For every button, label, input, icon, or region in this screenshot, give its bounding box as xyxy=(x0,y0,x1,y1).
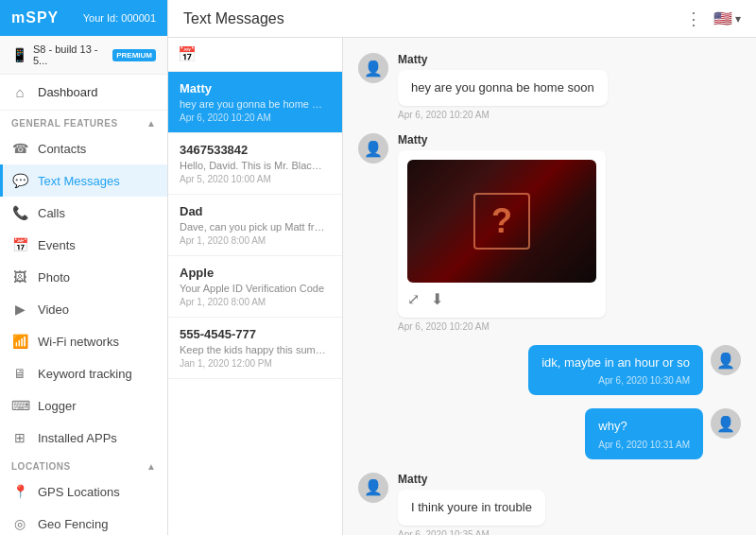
calendar-bar[interactable]: 📅 xyxy=(168,38,342,72)
chat-sender-name: Matty xyxy=(398,53,608,66)
sidebar-item-events[interactable]: 📅 Events xyxy=(0,229,167,261)
language-selector[interactable]: 🇺🇸 ▾ xyxy=(713,9,741,27)
conversation-item-3467[interactable]: 3467533842 Hello, David. This is Mr. Bla… xyxy=(168,133,342,195)
sidebar-item-photo[interactable]: 🖼 Photo xyxy=(0,261,167,293)
locations-title: LOCATIONS xyxy=(11,461,71,472)
person-icon: 👤 xyxy=(716,352,735,370)
apps-label: Installed APPs xyxy=(38,431,117,445)
conversation-item-555[interactable]: 555-4545-777 Keep the kids happy this su… xyxy=(168,318,342,379)
sent-text: why? xyxy=(598,418,690,435)
sent-time: Apr 6, 2020 10:30 AM xyxy=(541,375,690,386)
conversation-item-matty[interactable]: Matty hey are you gonna be home soon Apr… xyxy=(168,72,342,133)
conversation-preview: Hello, David. This is Mr. Black. I've no… xyxy=(180,160,326,171)
sidebar-item-video[interactable]: ▶ Video xyxy=(0,293,167,325)
sidebar-item-apps[interactable]: ⊞ Installed APPs xyxy=(0,422,167,454)
chat-time: Apr 6, 2020 10:35 AM xyxy=(398,529,545,535)
sidebar-item-calls[interactable]: 📞 Calls xyxy=(0,197,167,229)
conversation-item-dad[interactable]: Dad Dave, can you pick up Matt from scho… xyxy=(168,195,342,256)
chat-time: Apr 6, 2020 10:20 AM xyxy=(398,321,606,332)
calendar-icon[interactable]: 📅 xyxy=(178,46,197,62)
conversation-time: Apr 1, 2020 8:00 AM xyxy=(180,297,331,307)
message-list: 📅 Matty hey are you gonna be home soon A… xyxy=(168,38,343,535)
avatar-self-2: 👤 xyxy=(711,408,741,439)
conversation-name: Matty xyxy=(180,81,331,95)
avatar-matty-3: 👤 xyxy=(358,473,388,503)
general-features-arrow: ▲ xyxy=(146,118,156,129)
sidebar-item-wifi[interactable]: 📶 Wi-Fi networks xyxy=(0,325,167,357)
conversation-time: Apr 1, 2020 8:00 AM xyxy=(180,235,331,246)
calls-label: Calls xyxy=(38,206,65,220)
dashboard-icon: ⌂ xyxy=(11,84,28,100)
sent-bubble-1: idk, maybe in an hour or so Apr 6, 2020 … xyxy=(528,345,703,395)
person-icon: 👤 xyxy=(364,478,383,496)
contacts-icon: ☎ xyxy=(11,141,28,156)
chat-message-received-3: 👤 Matty I think youre in trouble Apr 6, … xyxy=(358,473,741,535)
chat-message-sent-2: why? Apr 6, 2020 10:31 AM 👤 xyxy=(358,408,741,458)
chat-image: ? xyxy=(407,160,596,283)
chat-text: I think youre in trouble xyxy=(411,499,532,516)
chat-message-received-1: 👤 Matty hey are you gonna be home soon A… xyxy=(358,53,741,120)
image-actions: ⤢ ⬇ xyxy=(407,290,596,308)
sidebar-item-geofencing[interactable]: ◎ Geo Fencing xyxy=(0,508,167,535)
chat-sender-name: Matty xyxy=(398,473,545,486)
video-label: Video xyxy=(38,302,69,317)
topbar-actions: ⋮ 🇺🇸 ▾ xyxy=(685,9,741,29)
sidebar-item-gps[interactable]: 📍 GPS Locations xyxy=(0,475,167,508)
chat-message-received-image: 👤 Matty ? ⤢ ⬇ xyxy=(358,133,741,332)
device-name: S8 - build 13 - 5... xyxy=(33,43,107,66)
dashboard-item[interactable]: ⌂ Dashboard xyxy=(0,75,167,111)
avatar-matty-1: 👤 xyxy=(358,53,388,83)
wifi-icon: 📶 xyxy=(11,334,28,349)
download-icon[interactable]: ⬇ xyxy=(431,290,443,308)
calls-icon: 📞 xyxy=(11,205,28,220)
geofencing-label: Geo Fencing xyxy=(38,517,108,531)
page-title: Text Messages xyxy=(183,10,284,27)
chat-bubble-3: I think youre in trouble xyxy=(398,490,545,526)
sent-time: Apr 6, 2020 10:31 AM xyxy=(598,440,690,450)
conversation-name: 3467533842 xyxy=(180,143,331,157)
conversation-preview: Keep the kids happy this summer with ... xyxy=(180,344,326,355)
premium-badge: PREMIUM xyxy=(112,49,156,61)
device-row[interactable]: 📱 S8 - build 13 - 5... PREMIUM xyxy=(0,36,167,75)
logger-icon: ⌨ xyxy=(11,398,28,413)
image-bubble: ? ⤢ ⬇ xyxy=(398,150,606,318)
device-icon: 📱 xyxy=(11,47,27,62)
photo-label: Photo xyxy=(38,270,70,285)
text-messages-icon: 💬 xyxy=(11,173,28,188)
bubble-wrap-image: Matty ? ⤢ ⬇ Apr 6, 2020 10:20 AM xyxy=(398,133,606,332)
conversation-preview: Your Apple ID Verification Code xyxy=(180,283,326,294)
person-icon: 👤 xyxy=(364,140,383,158)
more-options-button[interactable]: ⋮ xyxy=(685,9,702,29)
main-content: Text Messages ⋮ 🇺🇸 ▾ 📅 Matty hey are you… xyxy=(168,0,756,535)
sidebar-item-logger[interactable]: ⌨ Logger xyxy=(0,389,167,422)
conversation-name: Apple xyxy=(180,266,331,280)
chat-sender-name: Matty xyxy=(398,133,606,147)
flag-icon: 🇺🇸 xyxy=(713,9,732,27)
conversation-time: Apr 6, 2020 10:20 AM xyxy=(180,112,331,123)
contacts-label: Contacts xyxy=(38,142,86,156)
conversation-time: Apr 5, 2020 10:00 AM xyxy=(180,174,331,184)
bubble-wrap: Matty hey are you gonna be home soon Apr… xyxy=(398,53,608,120)
geofencing-icon: ◎ xyxy=(11,516,28,531)
conversation-item-apple[interactable]: Apple Your Apple ID Verification Code Ap… xyxy=(168,256,342,318)
sidebar: mSPY Your Id: 000001 📱 S8 - build 13 - 5… xyxy=(0,0,168,535)
expand-icon[interactable]: ⤢ xyxy=(407,290,420,308)
conversation-preview: hey are you gonna be home soon xyxy=(180,98,326,110)
sidebar-item-keyword[interactable]: 🖥 Keyword tracking xyxy=(0,357,167,389)
bubble-wrap-3: Matty I think youre in trouble Apr 6, 20… xyxy=(398,473,545,535)
chat-area: 👤 Matty hey are you gonna be home soon A… xyxy=(343,38,756,535)
general-features-header: GENERAL FEATURES ▲ xyxy=(0,111,167,132)
user-id: Your Id: 000001 xyxy=(83,12,156,24)
logger-label: Logger xyxy=(38,399,76,413)
sidebar-header: mSPY Your Id: 000001 xyxy=(0,0,167,36)
locations-header: LOCATIONS ▲ xyxy=(0,454,167,475)
conversation-time: Jan 1, 2020 12:00 PM xyxy=(180,358,331,369)
gps-label: GPS Locations xyxy=(38,485,120,499)
person-icon: 👤 xyxy=(716,415,735,433)
keyword-label: Keyword tracking xyxy=(38,367,132,381)
sidebar-item-text-messages[interactable]: 💬 Text Messages xyxy=(0,164,167,197)
gps-icon: 📍 xyxy=(11,484,28,499)
sidebar-item-contacts[interactable]: ☎ Contacts xyxy=(0,132,167,164)
topbar: Text Messages ⋮ 🇺🇸 ▾ xyxy=(168,0,756,38)
avatar-matty-2: 👤 xyxy=(358,133,388,164)
